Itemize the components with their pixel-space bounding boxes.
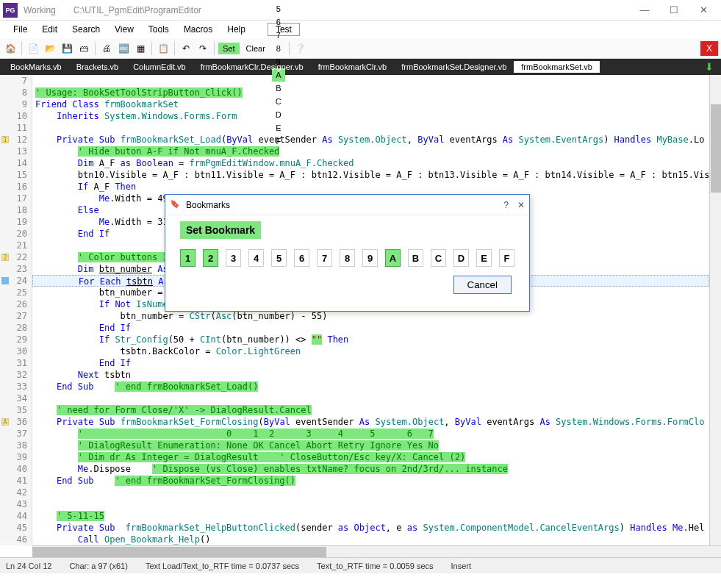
set-bookmark-C[interactable]: C [431,249,446,267]
title-path: C:\UTIL_PgmEdit\ProgramEditor [73,5,201,15]
save-icon[interactable]: 💾 [60,41,74,56]
status-pos: Ln 24 Col 12 [6,562,51,570]
set-bookmark-5[interactable]: 5 [271,249,287,267]
set-bookmark-F[interactable]: F [499,249,514,267]
status-t2: Text_to_RTF time = 0.0059 secs [317,562,433,570]
set-bookmark-6[interactable]: 6 [294,249,309,267]
close-button[interactable]: ✕ [689,1,718,19]
dialog-help-button[interactable]: ? [503,200,509,210]
set-bookmark-7[interactable]: 7 [317,249,332,267]
menu-help[interactable]: Help [220,23,253,36]
tab[interactable]: frmBookmarkClr.vb [311,61,395,73]
set-bookmark-9[interactable]: 9 [362,249,378,267]
set-bookmark-A[interactable]: A [385,249,401,267]
copy-icon[interactable]: 📋 [156,41,171,56]
dialog-heading: Set Bookmark [180,221,261,239]
set-bookmark-D[interactable]: D [453,249,469,267]
status-bar: Ln 24 Col 12 Char: a 97 (x61) Text Load/… [0,557,721,573]
status-t1: Text Load/Text_to_RTF time = 0.0737 secs [146,562,299,570]
saveall-icon[interactable]: 🗃 [76,41,91,56]
bookmark-marker[interactable]: A [1,418,9,426]
bookmark-marker[interactable]: 1 [1,136,9,143]
tab[interactable]: frmBookmarkSet.Designer.vb [394,61,514,73]
redo-icon[interactable]: ↷ [196,41,210,56]
menu-tools[interactable]: Tools [141,23,176,36]
tab[interactable]: frmBookmarkSet.vb [514,61,600,73]
set-bookmark-2[interactable]: 2 [203,249,218,267]
exit-button[interactable]: X [700,41,718,56]
tab[interactable]: frmBookmarkClr.Designer.vb [193,61,311,73]
grid-icon[interactable]: ▦ [133,41,148,56]
menu-file[interactable]: File [6,23,35,36]
tab[interactable]: Brackets.vb [69,61,126,73]
set-bookmark-3[interactable]: 3 [226,249,241,267]
set-bookmark-4[interactable]: 4 [248,249,264,267]
title-state: Working [24,5,56,15]
download-icon[interactable]: ⬇ [700,61,718,73]
menu-view[interactable]: View [107,23,141,36]
gutter: 7891011121131415161718192021222232425262… [0,75,32,545]
tab-bar: BookMarks.vbBrackets.vbColumnEdit.vbfrmB… [0,59,721,75]
set-bookmark-8[interactable]: 8 [340,249,355,267]
maximize-button[interactable]: ☐ [659,1,689,19]
menu-macros[interactable]: Macros [176,23,220,36]
home-icon[interactable]: 🏠 [3,41,18,56]
help-icon[interactable]: ❔ [293,41,308,56]
app-icon: PG [3,3,18,18]
vertical-scrollbar[interactable] [709,75,721,545]
print-icon[interactable]: 🖨 [99,41,114,56]
set-bookmark-E[interactable]: E [476,249,492,267]
open-icon[interactable]: 📂 [43,41,57,56]
menu-bar: FileEditSearchViewToolsMacrosHelp Test [0,21,721,38]
set-button[interactable]: Set [218,43,240,54]
bookmark-7[interactable]: 7 [272,29,285,42]
undo-icon[interactable]: ↶ [179,41,193,56]
bookmark-8[interactable]: 8 [272,42,285,55]
dialog-title: Bookmarks [186,200,230,210]
tab[interactable]: ColumnEdit.vb [126,61,193,73]
cancel-button[interactable]: Cancel [453,276,512,294]
bookmark-marker[interactable]: 2 [1,254,9,261]
set-bookmark-B[interactable]: B [408,249,423,267]
title-bar: PG Working C:\UTIL_PgmEdit\ProgramEditor… [0,0,721,21]
menu-edit[interactable]: Edit [35,23,65,36]
dialog-close-button[interactable]: ✕ [517,200,525,210]
font-icon[interactable]: 🔤 [116,41,131,56]
status-char: Char: a 97 (x61) [69,562,127,570]
tab[interactable]: BookMarks.vb [3,61,69,73]
dialog-icon: 🔖 [170,199,182,211]
bookmark-marker[interactable] [1,277,9,284]
minimize-button[interactable]: — [630,1,659,19]
set-bookmark-1[interactable]: 1 [180,249,196,267]
status-mode: Insert [451,562,472,570]
new-icon[interactable]: 📄 [26,41,40,56]
bookmark-dialog: 🔖 Bookmarks ? ✕ Set Bookmark 123456789AB… [165,194,530,312]
bookmark-5[interactable]: 5 [272,2,285,15]
toolbar: 🏠 📄 📂 💾 🗃 🖨 🔤 ▦ 📋 ↶ ↷ Set Clear 12345678… [0,38,721,59]
bookmark-6[interactable]: 6 [272,15,285,29]
horizontal-scrollbar[interactable] [32,545,721,557]
menu-search[interactable]: Search [65,23,107,36]
clear-button[interactable]: Clear [242,43,270,54]
